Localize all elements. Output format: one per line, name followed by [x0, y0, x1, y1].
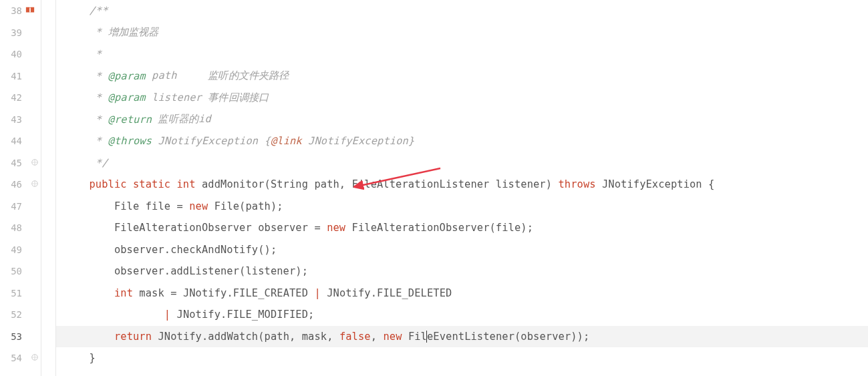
code-token: @throws — [108, 135, 152, 147]
gutter-row[interactable]: 46 — [0, 174, 41, 196]
code-token: return — [114, 331, 152, 343]
gutter-row[interactable]: 52 — [0, 304, 41, 326]
code-token: JNotify.FILE_MODIFIED; — [170, 309, 314, 321]
code-line[interactable]: } — [56, 347, 868, 369]
code-line[interactable]: observer.addListener(listener); — [56, 260, 868, 283]
line-number: 53 — [11, 331, 22, 342]
gutter-row[interactable]: 47 — [0, 196, 41, 218]
code-token: } — [89, 352, 95, 364]
line-number: 49 — [11, 244, 22, 255]
code-token: @param — [108, 91, 146, 104]
code-token: observer.checkAndNotify(); — [89, 244, 277, 256]
gutter-row[interactable]: 40 — [0, 43, 41, 65]
code-line[interactable]: * 增加监视器 — [56, 22, 868, 44]
code-token: FileAlterationObserver observer = — [89, 222, 327, 234]
code-token: File(path); — [208, 200, 283, 212]
code-token: new — [189, 200, 208, 212]
code-token: eEventListener(observer)); — [427, 331, 589, 343]
code-line[interactable]: * @param listener 事件回调接口 — [56, 87, 868, 109]
line-number: 40 — [11, 49, 22, 59]
code-line[interactable]: observer.checkAndNotify(); — [56, 239, 868, 261]
code-area[interactable]: /** * 增加监视器 * * @param path 监听的文件夹路径 * @… — [56, 0, 868, 376]
gutter-row[interactable]: 50 — [0, 260, 41, 283]
gutter-row[interactable]: 45 — [0, 152, 41, 174]
code-token: JNotifyException} — [302, 135, 414, 147]
line-number: 47 — [11, 201, 22, 212]
gutter-row[interactable]: 42 — [0, 87, 41, 109]
gutter-row[interactable]: 44 — [0, 130, 41, 152]
code-token: | — [164, 309, 170, 321]
code-line[interactable]: File file = new File(path); — [56, 196, 868, 218]
code-token: JNotifyException { — [596, 178, 715, 190]
gutter-row[interactable]: 48 — [0, 217, 41, 239]
line-number-gutter: 3839404142434445464748495051525354 — [0, 0, 41, 376]
code-line[interactable]: */ — [56, 152, 868, 174]
line-number: 38 — [11, 5, 22, 16]
code-token: | — [314, 287, 320, 299]
line-number: 43 — [11, 114, 22, 125]
line-number: 39 — [11, 27, 22, 38]
code-line[interactable]: | JNotify.FILE_MODIFIED; — [56, 304, 868, 326]
line-number: 51 — [11, 288, 22, 299]
code-token: @param — [108, 70, 146, 82]
code-token: FileAlterationObserver(file); — [345, 222, 533, 234]
line-number: 52 — [11, 309, 22, 320]
code-token: /** — [89, 5, 108, 17]
code-token: observer.addListener(listener); — [89, 265, 308, 277]
line-number: 41 — [11, 71, 22, 81]
code-token: int — [114, 287, 133, 299]
gutter-row[interactable]: 41 — [0, 65, 41, 87]
code-token: JNotifyException { — [152, 135, 271, 147]
margin-strip — [41, 0, 56, 376]
fold-icon[interactable] — [31, 354, 38, 362]
gutter-row[interactable]: 39 — [0, 22, 41, 44]
code-line[interactable]: FileAlterationObserver observer = new Fi… — [56, 217, 868, 239]
line-number: 54 — [11, 353, 22, 363]
code-line[interactable]: * — [56, 43, 868, 65]
line-number: 42 — [11, 92, 22, 103]
code-token: * — [89, 114, 108, 126]
code-token — [89, 287, 114, 299]
code-token: mask = JNotify.FILE_CREATED — [133, 287, 314, 299]
code-line[interactable]: int mask = JNotify.FILE_CREATED | JNotif… — [56, 283, 868, 305]
code-token: 监听器的id — [152, 112, 211, 126]
gutter-row[interactable]: 51 — [0, 283, 41, 305]
line-number: 45 — [11, 158, 22, 168]
gutter-row[interactable]: 43 — [0, 109, 41, 131]
code-token: false — [339, 331, 371, 343]
code-line[interactable]: * @param path 监听的文件夹路径 — [56, 65, 868, 87]
code-token: * — [89, 70, 108, 82]
code-line[interactable]: /** — [56, 0, 868, 22]
fold-icon[interactable] — [31, 159, 38, 167]
line-number: 48 — [11, 222, 22, 233]
code-token: new — [327, 222, 345, 234]
bookmark-icon[interactable] — [25, 5, 35, 17]
code-token: @link — [271, 135, 302, 147]
code-token — [89, 331, 114, 343]
code-line[interactable]: * @throws JNotifyException {@link JNotif… — [56, 130, 868, 152]
code-line[interactable]: public static int addMonitor(String path… — [56, 174, 868, 196]
line-number: 44 — [11, 136, 22, 146]
fold-icon[interactable] — [31, 180, 38, 188]
code-token: addMonitor(String path, FileAlterationLi… — [196, 178, 559, 190]
code-token: * — [89, 48, 102, 60]
code-token: * — [89, 135, 108, 147]
code-editor[interactable]: 3839404142434445464748495051525354 /** *… — [0, 0, 868, 376]
code-token: * — [89, 91, 108, 104]
code-token: Fil — [402, 331, 427, 343]
code-token: File file = — [89, 200, 189, 212]
gutter-row[interactable]: 53 — [0, 326, 41, 348]
code-token: , — [371, 331, 384, 343]
gutter-row[interactable]: 54 — [0, 347, 41, 369]
code-token: throws — [558, 178, 595, 190]
code-token: new — [383, 331, 402, 343]
code-token: public static int — [89, 178, 195, 190]
gutter-row[interactable]: 49 — [0, 239, 41, 261]
line-number: 46 — [11, 179, 22, 190]
line-number: 50 — [11, 266, 22, 276]
code-token: * 增加监视器 — [89, 25, 158, 39]
code-line[interactable]: return JNotify.addWatch(path, mask, fals… — [56, 326, 868, 348]
code-token: listener 事件回调接口 — [146, 91, 269, 105]
gutter-row[interactable]: 38 — [0, 0, 41, 22]
code-line[interactable]: * @return 监听器的id — [56, 109, 868, 131]
